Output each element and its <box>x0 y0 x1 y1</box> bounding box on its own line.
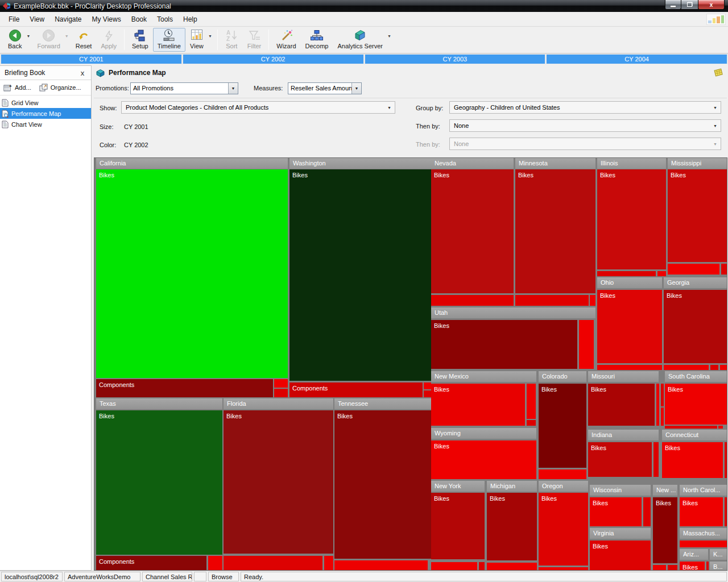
treemap-cell[interactable] <box>725 442 727 478</box>
treemap-cell[interactable]: Bikes <box>597 169 666 269</box>
treemap-group-header[interactable]: Mississippi <box>668 158 727 169</box>
treemap-cell[interactable] <box>424 390 431 397</box>
treemap-cell[interactable]: Bikes <box>431 384 525 426</box>
back-button[interactable]: Back <box>3 28 26 52</box>
treemap-cell[interactable] <box>515 295 589 306</box>
treemap-cell[interactable]: Bikes <box>431 169 514 293</box>
treemap-cell[interactable] <box>590 295 595 306</box>
briefing-book-close-icon[interactable]: x <box>78 69 86 77</box>
treemap-cell[interactable] <box>653 565 666 571</box>
close-button[interactable]: x <box>698 0 725 10</box>
decomp-button[interactable]: Decomp <box>301 28 333 52</box>
treemap-cell[interactable]: Bikes <box>289 169 431 381</box>
menu-book[interactable]: Book <box>126 13 152 26</box>
menu-navigate[interactable]: Navigate <box>49 13 86 26</box>
treemap-cell[interactable] <box>725 497 727 526</box>
treemap-group-header[interactable]: Ariz... <box>680 549 708 560</box>
treemap-cell[interactable] <box>680 541 727 547</box>
treemap-cell[interactable] <box>661 384 664 406</box>
group-by-dropdown[interactable]: Geography - Children of United States ▼ <box>449 101 721 114</box>
filter-button[interactable]: Filter <box>243 28 266 52</box>
treemap-cell[interactable] <box>527 384 536 419</box>
treemap-cell[interactable] <box>431 562 477 571</box>
treemap-group-header[interactable]: Michigan <box>487 481 537 492</box>
treemap-cell[interactable] <box>668 565 677 571</box>
treemap-group-header[interactable]: Texas <box>96 398 222 409</box>
menu-file[interactable]: File <box>3 13 24 26</box>
menu-my-views[interactable]: My Views <box>87 13 126 26</box>
treemap-group-header[interactable]: Oregon <box>539 481 588 492</box>
forward-dropdown-caret[interactable]: ▼ <box>65 28 71 52</box>
treemap-cell[interactable]: Bikes <box>96 169 288 378</box>
treemap-group-header[interactable]: Utah <box>431 307 595 318</box>
view-button[interactable]: View <box>185 28 208 52</box>
treemap-cell[interactable]: Bikes <box>539 493 588 566</box>
treemap-cell[interactable]: Bikes <box>224 410 333 554</box>
treemap-group-header[interactable]: Nevada <box>431 158 514 169</box>
treemap-cell[interactable]: Bikes <box>680 497 723 526</box>
treemap-cell[interactable] <box>710 365 718 370</box>
treemap-cell[interactable] <box>324 556 333 571</box>
treemap-cell[interactable]: Components <box>289 383 423 397</box>
treemap-group-header[interactable]: Virginia <box>590 528 651 539</box>
treemap-group-header[interactable]: Minnesota <box>515 158 595 169</box>
analytics-server-dropdown-caret[interactable]: ▼ <box>387 28 394 52</box>
wizard-button[interactable]: Wizard <box>272 28 300 52</box>
promotions-dropdown[interactable]: All Promotions ▼ <box>130 82 238 94</box>
treemap-group-header[interactable]: New York <box>431 481 485 492</box>
treemap-group-header[interactable]: Tennessee <box>334 398 431 409</box>
treemap-cell[interactable]: Bikes <box>487 493 537 560</box>
notes-icon[interactable] <box>713 68 723 78</box>
dropdown-arrow-icon[interactable]: ▼ <box>228 83 238 94</box>
treemap-cell[interactable]: Bikes <box>590 541 651 571</box>
treemap-cell[interactable] <box>720 365 727 370</box>
timeline-button[interactable]: Timeline <box>153 28 185 52</box>
treemap-cell[interactable]: Bikes <box>539 384 586 468</box>
treemap-cell[interactable] <box>424 383 431 389</box>
treemap-cell[interactable] <box>274 389 288 397</box>
treemap-cell[interactable] <box>706 562 709 571</box>
treemap-cell[interactable]: Bikes <box>597 290 662 363</box>
timeline-segment-cy2001[interactable]: CY 2001 <box>1 55 181 64</box>
menu-help[interactable]: Help <box>178 13 202 26</box>
treemap-cell[interactable]: Bikes <box>431 493 485 559</box>
treemap-cell[interactable]: Bikes <box>590 497 642 526</box>
timeline-segment-cy2004[interactable]: CY 2004 <box>547 55 727 64</box>
treemap-group-header[interactable]: Florida <box>224 398 333 409</box>
timeline-segment-cy2002[interactable]: CY 2002 <box>183 55 363 64</box>
treemap-group-header[interactable]: K... <box>710 549 727 560</box>
treemap-group-header[interactable]: North Carol... <box>680 485 727 496</box>
treemap-cell[interactable]: Bikes <box>96 410 222 555</box>
dropdown-arrow-icon[interactable]: ▼ <box>351 83 361 94</box>
treemap-cell[interactable]: Bikes <box>334 410 431 559</box>
sort-button[interactable]: AZ Sort <box>221 28 243 52</box>
treemap-cell[interactable]: Bikes <box>431 440 536 479</box>
treemap-group-header[interactable]: Ohio <box>597 277 662 288</box>
treemap-cell[interactable]: Components <box>96 379 273 397</box>
treemap-cell[interactable] <box>653 442 659 477</box>
treemap-group-header[interactable]: Georgia <box>664 277 727 288</box>
add-button[interactable]: + Add... <box>3 84 31 92</box>
treemap-cell[interactable] <box>643 497 651 526</box>
treemap-group-header[interactable]: Wisconsin <box>590 485 651 496</box>
treemap-cell[interactable] <box>487 563 537 571</box>
treemap-group-header[interactable]: Washington <box>289 158 431 169</box>
organize-button[interactable]: Organize... <box>39 84 81 92</box>
treemap-cell[interactable] <box>208 556 222 571</box>
treemap-group-header[interactable]: California <box>96 158 288 169</box>
minimize-button[interactable] <box>665 0 681 10</box>
reset-button[interactable]: Reset <box>71 28 97 52</box>
back-dropdown-caret[interactable]: ▼ <box>26 28 32 52</box>
menu-tools[interactable]: Tools <box>152 13 178 26</box>
treemap-cell[interactable] <box>479 562 485 571</box>
treemap-cell[interactable]: Bikes <box>662 442 723 478</box>
apply-button[interactable]: Apply <box>96 28 121 52</box>
performance-map-treemap[interactable]: CaliforniaWashingtonNevadaMinnesotaIllin… <box>94 157 727 571</box>
treemap-cell[interactable] <box>718 426 723 429</box>
treemap-group-header[interactable]: New Mexico <box>431 371 536 382</box>
treemap-cell[interactable] <box>597 271 656 276</box>
treemap-group-header[interactable]: Missouri <box>588 371 659 382</box>
treemap-cell[interactable]: Bikes <box>668 169 727 262</box>
treemap-group-header[interactable]: Indiana <box>588 430 659 440</box>
treemap-cell[interactable] <box>656 384 659 426</box>
